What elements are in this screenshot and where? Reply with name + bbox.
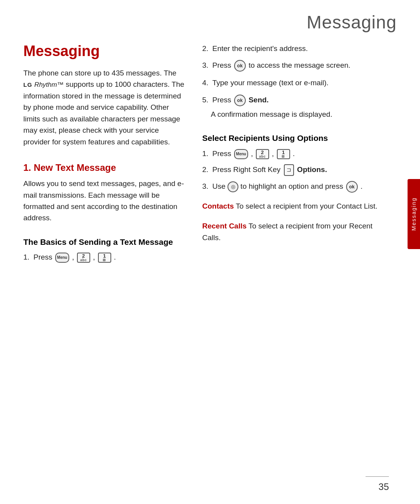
sel-step1-period: . xyxy=(293,149,295,158)
page: Messaging Messaging 35 Messaging The pho… xyxy=(0,0,420,504)
right-step3-suffix: to access the message screen. xyxy=(248,61,350,69)
new-text-message-body: Allows you to send text messages, pages,… xyxy=(23,178,187,224)
page-header-title: Messaging xyxy=(307,12,397,33)
brand-rhythm: Rhythm™ xyxy=(34,81,64,88)
ok-icon-step5: ok xyxy=(234,95,246,106)
right-step4-content: Type your message (text or e-mail). xyxy=(212,77,389,88)
sel-step3-use: Use xyxy=(212,182,226,190)
right-step3-content: Press ok to access the message screen. xyxy=(212,60,389,72)
recent-calls-label: Recent Calls xyxy=(202,222,247,230)
new-text-message-title: 1. New Text Message xyxy=(23,162,187,173)
intro-text-1: The phone can store up to 435 messages. … xyxy=(23,69,177,77)
ok-icon-step3b: ok xyxy=(346,181,358,193)
basics-step1-num: 1. xyxy=(23,251,32,263)
sel-step1-content: Press Menu , 2 abc , 1 ⊞ . xyxy=(212,148,389,159)
right-step4-num: 4. xyxy=(202,77,211,88)
key-2abc: 2 abc xyxy=(77,253,90,263)
left-section-title: Messaging xyxy=(23,43,187,60)
sel-step1-num: 1. xyxy=(202,148,211,159)
nav-circle-icon: ◎ xyxy=(228,181,238,192)
confirmation-text: A confirmation message is displayed. xyxy=(211,109,389,120)
sel-step1-press: Press xyxy=(212,149,231,158)
right-step2: 2. Enter the recipient's address. xyxy=(202,43,389,54)
sel-step1-comma2: , xyxy=(272,149,276,158)
right-step3-press: Press xyxy=(212,61,231,69)
page-number: 35 xyxy=(378,481,389,492)
intro-text-2: supports up to 1000 characters. The info… xyxy=(23,80,184,146)
right-step5-num: 5. xyxy=(202,94,211,105)
right-step2-num: 2. xyxy=(202,43,211,54)
right-step3: 3. Press ok to access the message screen… xyxy=(202,60,389,72)
main-content: Messaging The phone can store up to 435 … xyxy=(23,43,389,481)
menu-button-icon: Menu xyxy=(55,253,69,263)
right-step2-content: Enter the recipient's address. xyxy=(212,43,389,54)
side-tab-label: Messaging xyxy=(411,197,417,231)
sel-key-1: 1 ⊞ xyxy=(277,149,290,159)
contacts-label: Contacts xyxy=(202,202,234,210)
basics-step1-period: . xyxy=(114,253,116,261)
key-1: 1 ⊞ xyxy=(98,253,111,263)
sel-step3-content: Use ◎ to highlight an option and press o… xyxy=(212,181,389,193)
right-step5-press: Press xyxy=(212,96,231,104)
basics-heading: The Basics of Sending a Text Message xyxy=(23,236,187,248)
side-tab: Messaging xyxy=(408,179,420,249)
sel-menu-button: Menu xyxy=(234,149,248,159)
sel-step3-period: . xyxy=(360,182,362,190)
sel-step3: 3. Use ◎ to highlight an option and pres… xyxy=(202,181,389,193)
right-step3-num: 3. xyxy=(202,60,211,71)
sel-step2-options: Options. xyxy=(297,165,327,174)
sel-step3-num: 3. xyxy=(202,181,211,192)
right-step5: 5. Press ok Send. xyxy=(202,94,389,106)
sel-step2: 2. Press Right Soft Key ⊐ Options. xyxy=(202,164,389,176)
basics-step1-content: Press Menu , 2 abc , 1 ⊞ . xyxy=(33,251,187,263)
sel-step3-text: to highlight an option and press xyxy=(240,182,343,190)
soft-key-icon: ⊐ xyxy=(284,164,294,176)
ok-icon-step3: ok xyxy=(234,60,246,72)
intro-paragraph: The phone can store up to 435 messages. … xyxy=(23,67,187,148)
right-step4: 4. Type your message (text or e-mail). xyxy=(202,77,389,88)
sel-step2-content: Press Right Soft Key ⊐ Options. xyxy=(212,164,389,176)
basics-step1-comma1: , xyxy=(72,253,76,261)
sel-key-2abc: 2 abc xyxy=(256,149,269,159)
select-recipients-heading: Select Recipients Using Options xyxy=(202,132,389,144)
sel-step2-num: 2. xyxy=(202,164,211,175)
sel-step2-text: Press Right Soft Key xyxy=(212,165,280,174)
basics-step1-comma2: , xyxy=(93,253,97,261)
right-column: 2. Enter the recipient's address. 3. Pre… xyxy=(202,43,389,481)
left-column: Messaging The phone can store up to 435 … xyxy=(23,43,187,481)
recent-calls-paragraph: Recent Calls To select a recipient from … xyxy=(202,220,389,243)
sel-step1: 1. Press Menu , 2 abc , 1 ⊞ . xyxy=(202,148,389,159)
basics-step1-press: Press xyxy=(33,253,54,261)
sel-step1-comma1: , xyxy=(251,149,255,158)
brand-lg: LG xyxy=(23,81,32,88)
contacts-text: To select a recipient from your Contact … xyxy=(236,202,377,210)
right-step5-content: Press ok Send. xyxy=(212,94,389,106)
basics-step1: 1. Press Menu , 2 abc , 1 ⊞ . xyxy=(23,251,187,263)
contacts-paragraph: Contacts To select a recipient from your… xyxy=(202,200,389,212)
right-step5-send: Send. xyxy=(248,96,269,104)
